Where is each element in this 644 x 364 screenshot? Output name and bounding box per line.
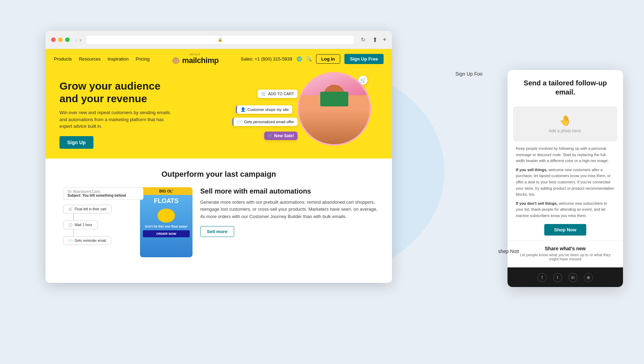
close-button[interactable] <box>51 37 56 42</box>
personalized-email-badge: ✉️ Gets personalized email offer <box>232 118 298 126</box>
nav-inspiration[interactable]: Inspiration <box>107 56 128 62</box>
signup-free-button[interactable]: Sign Up Free <box>344 54 384 64</box>
share-button[interactable]: ⬆ <box>372 36 378 44</box>
campaign-text: Sell more with email automations Generat… <box>200 187 378 237</box>
hero-subtitle: Win over new and repeat customers by sen… <box>59 109 172 130</box>
campaign-section: Outperform your last campaign To: Abando… <box>46 159 392 272</box>
main-nav: Products Resources Inspiration Pricing i… <box>46 49 392 69</box>
new-tab-button[interactable]: + <box>383 36 386 44</box>
hero-title: Grow your audience and your revenue <box>59 80 172 105</box>
promo-header: BIG OL' <box>140 187 192 195</box>
flow-connector-2 <box>74 229 74 236</box>
add-to-cart-badge: 🛒 ADD TO CART <box>258 90 298 98</box>
hero-text: Grow your audience and your revenue Win … <box>59 80 172 149</box>
automation-diagram: To: Abandoned Carts Subject: You left so… <box>59 187 189 261</box>
login-button[interactable]: Log In <box>316 54 340 64</box>
nav-products[interactable]: Products <box>54 56 72 62</box>
personalized-email-label: Gets personalized email offer <box>244 120 294 124</box>
globe-icon[interactable]: 🌐 <box>296 56 302 62</box>
shop-now-button[interactable]: Shop Now <box>544 224 586 236</box>
email-body-sell: If you sell things, welcome new customer… <box>507 167 623 198</box>
automation-title: Sell more with email automations <box>200 187 378 195</box>
nav-right: Sales: +1 (800) 315-5939 🌐 🔍 Log In Sign… <box>241 54 384 64</box>
nav-links: Products Resources Inspiration Pricing <box>54 56 149 62</box>
email-panel-header: Send a tailored follow-up email. <box>507 70 623 106</box>
hero-signup-button[interactable]: Sign Up <box>59 136 93 149</box>
minimize-button[interactable] <box>58 37 63 42</box>
hero-person-circle <box>298 72 371 146</box>
address-bar[interactable]: 🔒 <box>86 35 355 45</box>
share-subtitle: Let people know what you've been up to o… <box>516 253 615 261</box>
email-panel: Send a tailored follow-up email. 🤚 Add a… <box>507 70 623 287</box>
new-sale-badge: 🛒 New Sale! <box>264 132 298 140</box>
intuit-label: intuit <box>190 53 201 56</box>
promo-cta: ORDER NOW <box>143 230 190 237</box>
email-body-no-sell: If you don't sell things, welcome new su… <box>507 201 623 219</box>
instagram-icon[interactable]: in <box>568 273 578 282</box>
twitter-icon[interactable]: t <box>553 273 562 282</box>
mailchimp-logo[interactable]: intuit 🐵 mailchimp <box>149 53 241 65</box>
flow-node-cart: 🛒 Float left in their cart <box>63 205 112 214</box>
hero-section: Grow your audience and your revenue Win … <box>46 69 392 159</box>
promo-tagline: Don't let this one float away! <box>140 224 192 229</box>
facebook-icon[interactable]: f <box>538 273 547 282</box>
share-title: Share what's new <box>516 246 615 251</box>
email-icon: ✉️ <box>237 119 242 124</box>
clock-icon: 🕐 <box>68 223 72 227</box>
promo-body: FLOATS <box>140 195 192 208</box>
hero-illustration: 🛒 🛒 ADD TO CART 👤 Customer sh <box>259 72 378 146</box>
email-panel-title: Send a tailored follow-up email. <box>516 78 615 97</box>
search-icon[interactable]: 🔍 <box>306 56 312 62</box>
browser-window: ‹ › 🔒 ↻ ⬆ + Products Resources Inspirati… <box>46 31 392 283</box>
automation-description: Generate more orders with our prebuilt a… <box>200 199 378 220</box>
campaign-section-title: Outperform your last campaign <box>59 170 378 179</box>
cart-flow-icon: 🛒 <box>68 207 72 211</box>
campaign-content: To: Abandoned Carts Subject: You left so… <box>59 187 378 261</box>
browser-actions: ⬆ + <box>372 36 386 44</box>
annotation-shep-nott: shep Nott <box>498 248 519 254</box>
browser-chrome: ‹ › 🔒 ↻ ⬆ + <box>46 31 392 49</box>
back-button[interactable]: ‹ <box>75 37 77 43</box>
social-icon-4[interactable]: ⊕ <box>584 273 593 282</box>
nav-pricing[interactable]: Pricing <box>135 56 149 62</box>
flow-node-email: ✉️ Gets reminder email <box>63 236 111 245</box>
maximize-button[interactable] <box>65 37 70 42</box>
new-sale-label: 🛒 New Sale! <box>268 133 294 138</box>
person-icon: 👤 <box>240 107 246 112</box>
customer-shops-badge: 👤 Customer shops my site <box>236 105 292 114</box>
share-section: Share what's new Let people know what yo… <box>507 240 623 265</box>
email-flow-icon: ✉️ <box>68 239 72 243</box>
refresh-button[interactable]: ↻ <box>361 36 365 43</box>
cart-badge-icon: 🛒 <box>261 91 266 96</box>
forward-button[interactable]: › <box>79 37 82 43</box>
flow-node-wait: 🕐 Wait 1 hour <box>63 220 98 229</box>
add-photo-label: Add a photo here. <box>548 128 582 133</box>
email-subject: Subject: You left something behind <box>68 194 139 197</box>
lock-icon: 🔒 <box>218 37 223 42</box>
photo-placeholder: 🤚 Add a photo here. <box>513 106 617 141</box>
hand-icon: 🤚 <box>559 115 572 126</box>
logo-text: 🐵 mailchimp <box>172 56 218 65</box>
float-icon <box>158 209 175 223</box>
traffic-lights <box>51 37 70 42</box>
annotation-signup-foo: Sign Up Foo <box>455 71 483 77</box>
customer-shops-label: Customer shops my site <box>247 107 289 112</box>
nav-arrows: ‹ › <box>75 37 82 43</box>
email-to: To: Abandoned Carts <box>68 190 139 194</box>
add-to-cart-label: ADD TO CART <box>268 92 294 96</box>
sell-more-button[interactable]: Sell more <box>200 226 234 237</box>
email-footer: f t in ⊕ <box>507 267 623 287</box>
sales-phone: Sales: +1 (800) 315-5939 <box>241 56 292 62</box>
email-body-intro: Keep people involved by following up wit… <box>507 146 623 164</box>
nav-resources[interactable]: Resources <box>79 56 100 62</box>
flow-connector-1 <box>74 214 74 220</box>
